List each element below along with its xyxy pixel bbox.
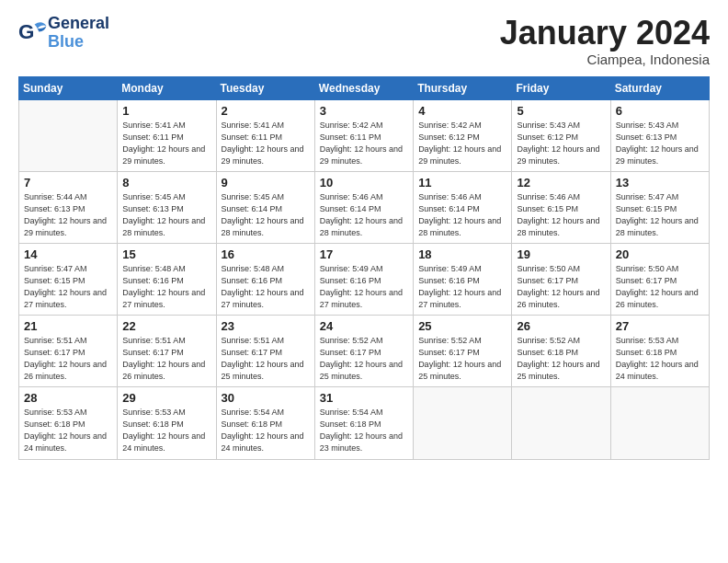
location: Ciampea, Indonesia xyxy=(500,52,710,67)
table-row: 12Sunrise: 5:46 AM Sunset: 6:15 PM Dayli… xyxy=(512,171,610,243)
table-row: 28Sunrise: 5:53 AM Sunset: 6:18 PM Dayli… xyxy=(19,387,118,459)
day-number: 17 xyxy=(320,247,408,261)
table-row: 5Sunrise: 5:43 AM Sunset: 6:12 PM Daylig… xyxy=(512,99,610,171)
cell-info: Sunrise: 5:53 AM Sunset: 6:18 PM Dayligh… xyxy=(24,407,112,454)
table-row: 17Sunrise: 5:49 AM Sunset: 6:16 PM Dayli… xyxy=(314,243,413,315)
table-row: 19Sunrise: 5:50 AM Sunset: 6:17 PM Dayli… xyxy=(512,243,610,315)
table-row: 23Sunrise: 5:51 AM Sunset: 6:17 PM Dayli… xyxy=(216,316,314,387)
table-row: 2Sunrise: 5:41 AM Sunset: 6:11 PM Daylig… xyxy=(216,99,314,171)
day-number: 2 xyxy=(222,104,310,118)
day-number: 10 xyxy=(320,176,408,190)
table-row: 1Sunrise: 5:41 AM Sunset: 6:11 PM Daylig… xyxy=(118,99,216,171)
calendar-week-row: 1Sunrise: 5:41 AM Sunset: 6:11 PM Daylig… xyxy=(19,99,710,171)
day-number: 12 xyxy=(517,176,605,190)
day-number: 18 xyxy=(418,247,506,261)
cell-info: Sunrise: 5:51 AM Sunset: 6:17 PM Dayligh… xyxy=(24,335,112,383)
cell-info: Sunrise: 5:44 AM Sunset: 6:13 PM Dayligh… xyxy=(24,191,112,239)
table-row: 21Sunrise: 5:51 AM Sunset: 6:17 PM Dayli… xyxy=(19,316,118,387)
logo: G General Blue xyxy=(18,15,109,52)
calendar-table: Sunday Monday Tuesday Wednesday Thursday… xyxy=(18,76,710,460)
cell-info: Sunrise: 5:42 AM Sunset: 6:12 PM Dayligh… xyxy=(418,120,506,167)
table-row: 31Sunrise: 5:54 AM Sunset: 6:18 PM Dayli… xyxy=(314,387,413,459)
th-wednesday: Wednesday xyxy=(314,76,413,99)
logo-line2: Blue xyxy=(48,33,109,52)
day-number: 30 xyxy=(222,391,310,405)
month-title: January 2024 xyxy=(500,15,710,52)
cell-info: Sunrise: 5:53 AM Sunset: 6:18 PM Dayligh… xyxy=(122,407,210,454)
table-row: 9Sunrise: 5:45 AM Sunset: 6:14 PM Daylig… xyxy=(216,171,314,243)
table-row: 20Sunrise: 5:50 AM Sunset: 6:17 PM Dayli… xyxy=(610,243,709,315)
calendar-week-row: 14Sunrise: 5:47 AM Sunset: 6:15 PM Dayli… xyxy=(19,243,710,315)
cell-info: Sunrise: 5:53 AM Sunset: 6:18 PM Dayligh… xyxy=(616,335,704,383)
day-number: 14 xyxy=(24,247,112,261)
table-row: 8Sunrise: 5:45 AM Sunset: 6:13 PM Daylig… xyxy=(118,171,216,243)
table-row: 15Sunrise: 5:48 AM Sunset: 6:16 PM Dayli… xyxy=(118,243,216,315)
th-friday: Friday xyxy=(512,76,610,99)
table-row: 11Sunrise: 5:46 AM Sunset: 6:14 PM Dayli… xyxy=(414,171,512,243)
day-number: 4 xyxy=(418,104,506,118)
cell-info: Sunrise: 5:52 AM Sunset: 6:17 PM Dayligh… xyxy=(320,335,408,383)
day-number: 16 xyxy=(222,247,310,261)
cell-info: Sunrise: 5:54 AM Sunset: 6:18 PM Dayligh… xyxy=(320,407,408,454)
header: G General Blue January 2024 Ciampea, Ind… xyxy=(18,15,710,67)
cell-info: Sunrise: 5:49 AM Sunset: 6:16 PM Dayligh… xyxy=(418,263,506,311)
cell-info: Sunrise: 5:50 AM Sunset: 6:17 PM Dayligh… xyxy=(517,263,605,311)
cell-info: Sunrise: 5:52 AM Sunset: 6:18 PM Dayligh… xyxy=(517,335,605,383)
table-row: 18Sunrise: 5:49 AM Sunset: 6:16 PM Dayli… xyxy=(414,243,512,315)
th-thursday: Thursday xyxy=(414,76,512,99)
table-row xyxy=(19,99,118,171)
table-row: 13Sunrise: 5:47 AM Sunset: 6:15 PM Dayli… xyxy=(610,171,709,243)
table-row: 24Sunrise: 5:52 AM Sunset: 6:17 PM Dayli… xyxy=(314,316,413,387)
page: G General Blue January 2024 Ciampea, Ind… xyxy=(0,0,728,563)
cell-info: Sunrise: 5:45 AM Sunset: 6:14 PM Dayligh… xyxy=(222,191,310,239)
cell-info: Sunrise: 5:41 AM Sunset: 6:11 PM Dayligh… xyxy=(122,120,210,167)
th-sunday: Sunday xyxy=(19,76,118,99)
day-number: 7 xyxy=(24,176,112,190)
table-row: 6Sunrise: 5:43 AM Sunset: 6:13 PM Daylig… xyxy=(610,99,709,171)
calendar-week-row: 7Sunrise: 5:44 AM Sunset: 6:13 PM Daylig… xyxy=(19,171,710,243)
day-number: 1 xyxy=(122,104,210,118)
table-row: 10Sunrise: 5:46 AM Sunset: 6:14 PM Dayli… xyxy=(314,171,413,243)
cell-info: Sunrise: 5:50 AM Sunset: 6:17 PM Dayligh… xyxy=(616,263,704,311)
cell-info: Sunrise: 5:46 AM Sunset: 6:15 PM Dayligh… xyxy=(517,191,605,239)
cell-info: Sunrise: 5:52 AM Sunset: 6:17 PM Dayligh… xyxy=(418,335,506,383)
logo-icon: G xyxy=(18,18,48,48)
cell-info: Sunrise: 5:47 AM Sunset: 6:15 PM Dayligh… xyxy=(24,263,112,311)
table-row: 3Sunrise: 5:42 AM Sunset: 6:11 PM Daylig… xyxy=(314,99,413,171)
day-number: 9 xyxy=(222,176,310,190)
calendar-week-row: 21Sunrise: 5:51 AM Sunset: 6:17 PM Dayli… xyxy=(19,316,710,387)
cell-info: Sunrise: 5:42 AM Sunset: 6:11 PM Dayligh… xyxy=(320,120,408,167)
table-row: 7Sunrise: 5:44 AM Sunset: 6:13 PM Daylig… xyxy=(19,171,118,243)
day-number: 19 xyxy=(517,247,605,261)
table-row: 27Sunrise: 5:53 AM Sunset: 6:18 PM Dayli… xyxy=(610,316,709,387)
table-row: 25Sunrise: 5:52 AM Sunset: 6:17 PM Dayli… xyxy=(414,316,512,387)
th-monday: Monday xyxy=(118,76,216,99)
day-number: 28 xyxy=(24,391,112,405)
day-number: 5 xyxy=(517,104,605,118)
cell-info: Sunrise: 5:45 AM Sunset: 6:13 PM Dayligh… xyxy=(122,191,210,239)
table-row xyxy=(610,387,709,459)
th-tuesday: Tuesday xyxy=(216,76,314,99)
cell-info: Sunrise: 5:51 AM Sunset: 6:17 PM Dayligh… xyxy=(222,335,310,383)
weekday-header-row: Sunday Monday Tuesday Wednesday Thursday… xyxy=(19,76,710,99)
table-row: 29Sunrise: 5:53 AM Sunset: 6:18 PM Dayli… xyxy=(118,387,216,459)
th-saturday: Saturday xyxy=(610,76,709,99)
cell-info: Sunrise: 5:47 AM Sunset: 6:15 PM Dayligh… xyxy=(616,191,704,239)
day-number: 26 xyxy=(517,319,605,333)
day-number: 23 xyxy=(222,319,310,333)
day-number: 3 xyxy=(320,104,408,118)
cell-info: Sunrise: 5:51 AM Sunset: 6:17 PM Dayligh… xyxy=(122,335,210,383)
day-number: 13 xyxy=(616,176,704,190)
day-number: 15 xyxy=(122,247,210,261)
day-number: 29 xyxy=(122,391,210,405)
cell-info: Sunrise: 5:54 AM Sunset: 6:18 PM Dayligh… xyxy=(222,407,310,454)
cell-info: Sunrise: 5:43 AM Sunset: 6:12 PM Dayligh… xyxy=(517,120,605,167)
day-number: 25 xyxy=(418,319,506,333)
calendar-week-row: 28Sunrise: 5:53 AM Sunset: 6:18 PM Dayli… xyxy=(19,387,710,459)
table-row: 22Sunrise: 5:51 AM Sunset: 6:17 PM Dayli… xyxy=(118,316,216,387)
day-number: 31 xyxy=(320,391,408,405)
cell-info: Sunrise: 5:48 AM Sunset: 6:16 PM Dayligh… xyxy=(122,263,210,311)
table-row xyxy=(512,387,610,459)
table-row xyxy=(414,387,512,459)
day-number: 20 xyxy=(616,247,704,261)
